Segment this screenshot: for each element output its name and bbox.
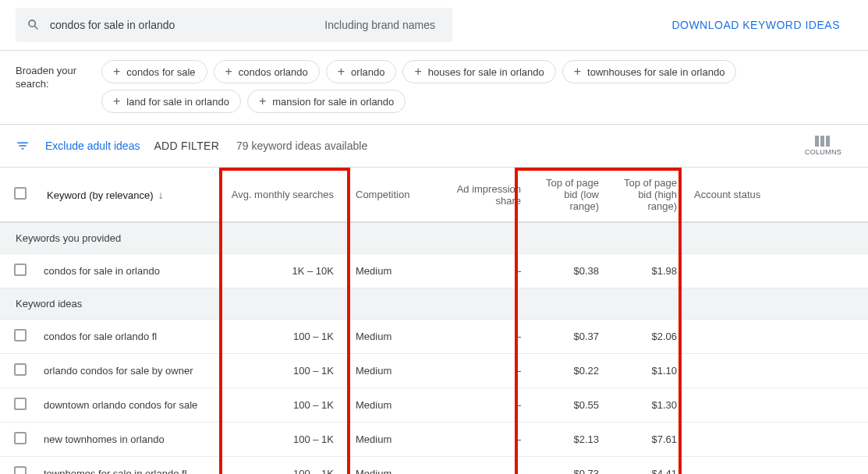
cell-high-bid: $7.61 <box>610 423 688 457</box>
chip-label: condos orlando <box>239 66 308 78</box>
plus-icon: + <box>113 94 120 108</box>
cell-high-bid: $1.10 <box>610 354 688 388</box>
col-keyword-header[interactable]: Keyword (by relevance)↓ <box>41 168 220 222</box>
cell-competition: Medium <box>345 423 446 457</box>
table-row: townhomes for sale in orlando fl100 – 1K… <box>0 457 868 475</box>
broaden-chip[interactable]: +land for sale in orlando <box>101 90 241 113</box>
col-low-bid-header[interactable]: Top of page bid (low range) <box>532 168 610 222</box>
search-query: condos for sale in orlando <box>50 19 324 31</box>
section-row: Keyword ideas <box>0 288 868 320</box>
plus-icon: + <box>225 65 232 79</box>
cell-low-bid: $0.55 <box>532 388 610 423</box>
plus-icon: + <box>414 65 421 79</box>
broaden-chips: +condos for sale+condos orlando+orlando+… <box>101 60 852 113</box>
cell-status <box>688 457 868 475</box>
table-header-row: Keyword (by relevance)↓ Avg. monthly sea… <box>0 168 868 222</box>
chip-label: townhouses for sale in orlando <box>587 66 725 78</box>
plus-icon: + <box>338 65 345 79</box>
section-row: Keywords you provided <box>0 222 868 254</box>
cell-searches: 100 – 1K <box>220 354 345 388</box>
cell-keyword: new townhomes in orlando <box>41 423 220 457</box>
table-row: condos for sale orlando fl100 – 1KMedium… <box>0 320 868 354</box>
svg-rect-0 <box>815 136 819 147</box>
cell-searches: 100 – 1K <box>220 457 345 475</box>
broaden-chip[interactable]: +condos orlando <box>214 60 320 83</box>
cell-keyword: orlando condos for sale by owner <box>41 354 220 388</box>
table-row: condos for sale in orlando1K – 10KMedium… <box>0 254 868 288</box>
download-ideas-link[interactable]: DOWNLOAD KEYWORD IDEAS <box>671 19 840 31</box>
cell-status <box>688 320 868 354</box>
cell-low-bid: $0.38 <box>532 254 610 288</box>
cell-impression: – <box>446 423 532 457</box>
top-bar: condos for sale in orlando Including bra… <box>0 0 868 51</box>
cell-competition: Medium <box>345 457 446 475</box>
broaden-chip[interactable]: +condos for sale <box>101 60 207 83</box>
cell-impression: – <box>446 354 532 388</box>
cell-impression: – <box>446 457 532 475</box>
cell-low-bid: $0.37 <box>532 320 610 354</box>
cell-status <box>688 254 868 288</box>
broaden-chip[interactable]: +orlando <box>326 60 397 83</box>
plus-icon: + <box>259 94 266 108</box>
col-searches-header[interactable]: Avg. monthly searches <box>220 168 345 222</box>
row-checkbox[interactable] <box>14 264 27 276</box>
table-row: new townhomes in orlando100 – 1KMedium–$… <box>0 423 868 457</box>
cell-searches: 100 – 1K <box>220 320 345 354</box>
row-checkbox[interactable] <box>14 363 27 376</box>
plus-icon: + <box>113 65 120 79</box>
col-status-header[interactable]: Account status <box>688 168 868 222</box>
table-row: orlando condos for sale by owner100 – 1K… <box>0 354 868 388</box>
row-checkbox[interactable] <box>14 398 27 410</box>
columns-label: COLUMNS <box>805 148 841 156</box>
chip-label: houses for sale in orlando <box>428 66 544 78</box>
col-impression-header[interactable]: Ad impression share <box>446 168 532 222</box>
cell-high-bid: $1.98 <box>610 254 688 288</box>
cell-competition: Medium <box>345 388 446 423</box>
keyword-table: Keyword (by relevance)↓ Avg. monthly sea… <box>0 168 868 474</box>
broaden-chip[interactable]: +mansion for sale in orlando <box>247 90 406 113</box>
brand-names-toggle[interactable]: Including brand names <box>324 19 441 31</box>
col-competition-header[interactable]: Competition <box>345 168 446 222</box>
columns-button[interactable]: COLUMNS <box>805 136 841 156</box>
row-checkbox[interactable] <box>14 432 27 444</box>
filter-row: Exclude adult ideas ADD FILTER 79 keywor… <box>0 125 868 168</box>
cell-keyword: condos for sale orlando fl <box>41 320 220 354</box>
broaden-chip[interactable]: +townhouses for sale in orlando <box>562 60 737 83</box>
cell-searches: 1K – 10K <box>220 254 345 288</box>
add-filter-button[interactable]: ADD FILTER <box>154 140 219 152</box>
plus-icon: + <box>574 65 581 79</box>
col-high-bid-header[interactable]: Top of page bid (high range) <box>610 168 688 222</box>
chip-label: mansion for sale in orlando <box>272 96 394 108</box>
row-checkbox[interactable] <box>14 466 27 474</box>
broaden-row: Broaden your search: +condos for sale+co… <box>0 51 868 125</box>
broaden-chip[interactable]: +houses for sale in orlando <box>402 60 555 83</box>
broaden-label: Broaden your search: <box>16 60 101 91</box>
cell-competition: Medium <box>345 354 446 388</box>
svg-rect-2 <box>826 136 830 147</box>
cell-low-bid: $0.22 <box>532 354 610 388</box>
cell-low-bid: $0.73 <box>532 457 610 475</box>
cell-searches: 100 – 1K <box>220 423 345 457</box>
cell-keyword: downtown orlando condos for sale <box>41 388 220 423</box>
cell-status <box>688 354 868 388</box>
search-icon <box>27 18 41 32</box>
exclude-adult-link[interactable]: Exclude adult ideas <box>45 140 140 152</box>
cell-competition: Medium <box>345 254 446 288</box>
cell-impression: – <box>446 320 532 354</box>
header-checkbox[interactable] <box>14 187 27 200</box>
cell-searches: 100 – 1K <box>220 388 345 423</box>
chip-label: condos for sale <box>126 66 195 78</box>
cell-low-bid: $2.13 <box>532 423 610 457</box>
chip-label: land for sale in orlando <box>126 96 229 108</box>
cell-impression: – <box>446 254 532 288</box>
cell-impression: – <box>446 388 532 423</box>
chip-label: orlando <box>351 66 384 78</box>
row-checkbox[interactable] <box>14 329 27 341</box>
cell-status <box>688 423 868 457</box>
funnel-icon[interactable] <box>16 139 30 153</box>
columns-icon <box>815 136 831 147</box>
cell-keyword: townhomes for sale in orlando fl <box>41 457 220 475</box>
search-box[interactable]: condos for sale in orlando Including bra… <box>16 8 452 42</box>
cell-competition: Medium <box>345 320 446 354</box>
table-row: downtown orlando condos for sale100 – 1K… <box>0 388 868 423</box>
